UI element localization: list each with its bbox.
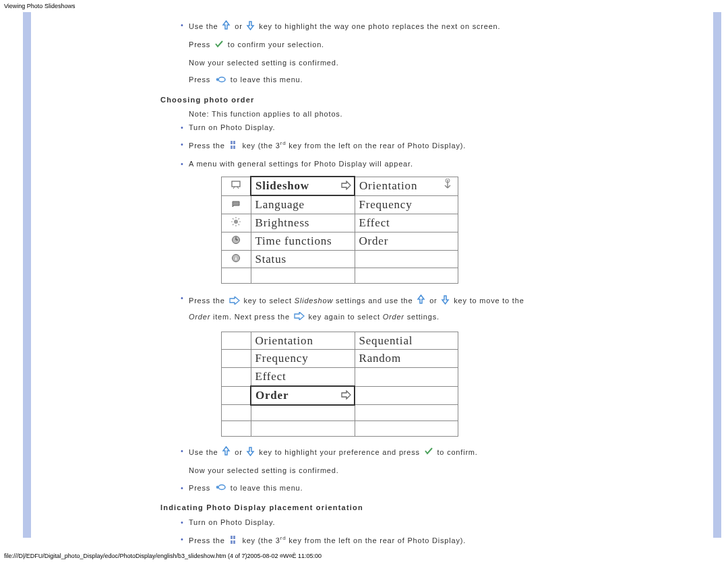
page-header: Viewing Photo Slideshows <box>0 0 728 11</box>
